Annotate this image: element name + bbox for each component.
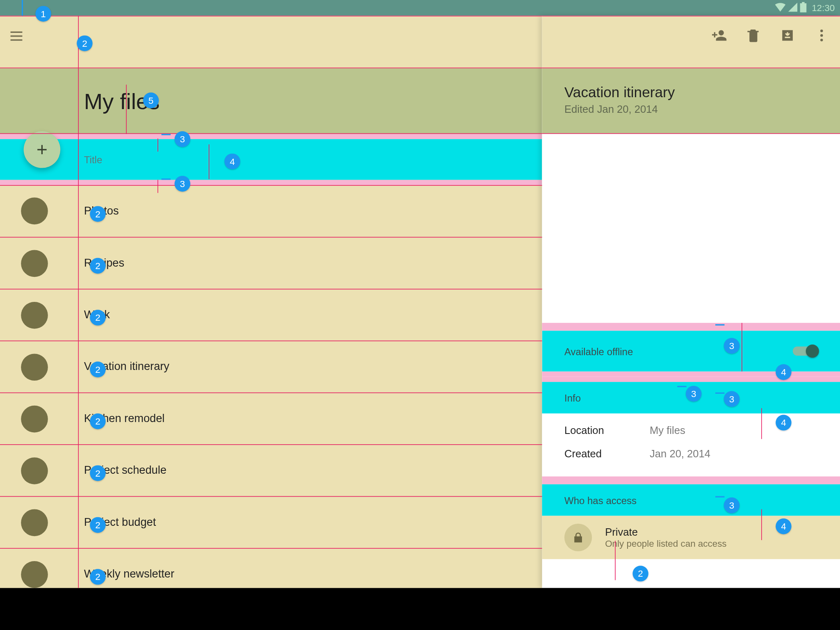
overflow-icon[interactable] [814,27,829,43]
info-row-created: Created Jan 20, 2014 [564,442,818,466]
list-item[interactable]: Project budget [0,496,542,548]
cell-signal-icon [788,2,797,14]
svg-rect-0 [800,3,806,12]
fab-add[interactable] [24,131,61,168]
column-header-label: Title [84,154,102,165]
list-item-label: Recipes [84,257,124,270]
trash-icon[interactable] [746,27,761,43]
section-info-header: Info [542,382,840,413]
lock-icon [572,531,585,544]
list-item-label: Photos [84,204,119,217]
avatar [21,405,48,432]
download-icon[interactable] [780,27,795,43]
access-item-title: Private [605,526,726,538]
list-item[interactable]: Vacation itinerary [0,340,542,392]
add-person-icon[interactable] [711,27,727,43]
battery-icon [800,2,806,14]
list-item[interactable]: Work [0,289,542,340]
svg-point-5 [820,39,823,41]
list-item-label: Weekly newsletter [84,568,174,581]
list-item-label: Work [84,308,110,322]
access-label: Who has access [564,495,637,506]
detail-app-bar [542,16,840,68]
info-key: Location [564,425,650,436]
menu-icon[interactable] [11,29,26,44]
info-value: My files [650,425,685,436]
plus-icon [34,142,50,158]
wifi-icon [775,2,786,14]
info-row-location: Location My files [564,419,818,443]
file-list: PhotosRecipesWorkVacation itineraryKitch… [0,185,542,600]
svg-point-4 [820,34,823,37]
right-pane: Vacation itinerary Edited Jan 20, 2014 A… [542,16,840,588]
info-key: Created [564,448,650,460]
detail-title: Vacation itinerary [564,84,840,101]
info-value: Jan 20, 2014 [650,448,710,460]
list-item[interactable]: Recipes [0,237,542,289]
list-item-label: Project schedule [84,464,167,477]
list-item[interactable]: Photos [0,185,542,237]
avatar [21,250,48,277]
offline-label: Available offline [564,345,633,356]
avatar [21,301,48,329]
info-label: Info [564,392,581,403]
detail-header: Vacation itinerary Edited Jan 20, 2014 [542,68,840,134]
svg-point-3 [820,30,823,32]
detail-subtitle: Edited Jan 20, 2014 [564,104,840,116]
access-item[interactable]: Private Only people listed can access [542,516,840,559]
lock-avatar [564,524,592,551]
svg-rect-2 [785,37,790,38]
svg-rect-1 [802,2,804,3]
info-table: Location My files Created Jan 20, 2014 [542,413,840,477]
app-bar [0,16,542,68]
section-access-header: Who has access [542,484,840,516]
list-item-label: Kitchen remodel [84,412,165,425]
avatar [21,457,48,484]
list-item-label: Vacation itinerary [84,360,169,373]
detail-preview [542,134,840,323]
list-item-label: Project budget [84,516,156,529]
column-header[interactable]: Title [0,139,542,180]
clock-text: 12:30 [812,2,835,13]
list-item[interactable]: Kitchen remodel [0,393,542,444]
page-title: My files [84,88,160,114]
avatar [21,509,48,536]
offline-switch[interactable] [793,345,819,358]
avatar [21,198,48,225]
section-offline: Available offline [542,331,840,371]
avatar [21,561,48,588]
list-item[interactable]: Project schedule [0,444,542,496]
avatar [21,354,48,381]
access-item-subtitle: Only people listed can access [605,538,726,549]
page-header: My files [0,68,542,134]
left-pane: My files Title PhotosRecipesWorkVacation… [0,16,542,588]
status-bar: 12:30 [0,0,840,16]
